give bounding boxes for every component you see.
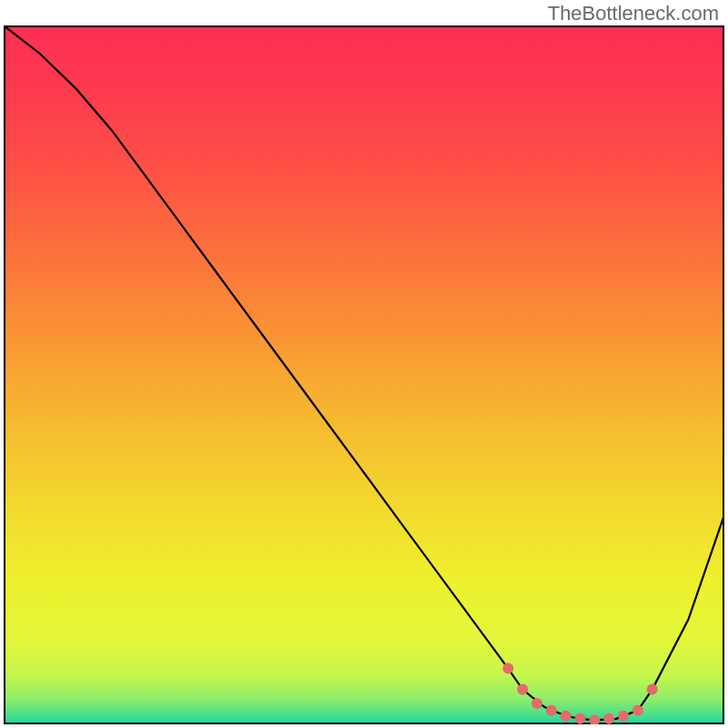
optimal-marker xyxy=(603,713,614,724)
optimal-marker xyxy=(632,705,643,716)
optimal-marker xyxy=(531,698,542,709)
chart-svg xyxy=(4,25,724,724)
optimal-marker xyxy=(502,663,513,674)
attribution-text: TheBottleneck.com xyxy=(548,2,719,25)
optimal-marker xyxy=(517,684,528,695)
optimal-marker xyxy=(546,705,557,716)
optimal-marker xyxy=(647,684,658,695)
bottleneck-chart xyxy=(4,25,724,724)
optimal-marker xyxy=(618,711,629,722)
optimal-marker xyxy=(575,713,586,724)
optimal-marker xyxy=(561,711,571,722)
